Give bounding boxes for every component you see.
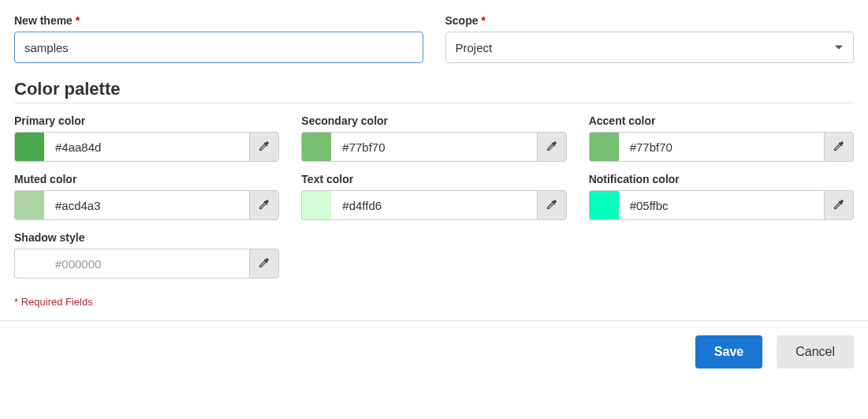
muted-color-label: Muted color bbox=[14, 173, 279, 185]
text-color-input[interactable] bbox=[331, 190, 536, 220]
text-color-swatch bbox=[301, 190, 331, 220]
accent-color-input[interactable] bbox=[619, 132, 824, 162]
new-theme-label: New theme * bbox=[14, 14, 423, 27]
accent-color-picker-button[interactable] bbox=[824, 132, 854, 162]
eyedropper-icon bbox=[546, 198, 558, 213]
accent-color-label: Accent color bbox=[589, 114, 854, 127]
notification-color-input[interactable] bbox=[619, 190, 824, 220]
shadow-style-label: Shadow style bbox=[14, 231, 279, 244]
chevron-down-icon bbox=[835, 46, 843, 50]
palette-title: Color palette bbox=[14, 79, 854, 99]
required-fields-note: * Required Fields bbox=[14, 296, 854, 308]
accent-color-swatch bbox=[589, 132, 619, 162]
eyedropper-icon bbox=[258, 140, 270, 155]
secondary-color-swatch bbox=[301, 132, 331, 162]
eyedropper-icon bbox=[546, 140, 558, 155]
eyedropper-icon bbox=[258, 198, 270, 213]
primary-color-input[interactable] bbox=[44, 132, 249, 162]
text-color-picker-button[interactable] bbox=[537, 190, 567, 220]
eyedropper-icon bbox=[258, 256, 270, 271]
scope-select[interactable]: Project bbox=[445, 32, 855, 63]
eyedropper-icon bbox=[833, 198, 845, 213]
text-color-label: Text color bbox=[301, 173, 566, 185]
shadow-style-picker-button[interactable] bbox=[249, 249, 279, 279]
muted-color-swatch bbox=[14, 190, 44, 220]
notification-color-picker-button[interactable] bbox=[824, 190, 854, 220]
primary-color-label: Primary color bbox=[14, 114, 279, 127]
footer-actions: Save Cancel bbox=[0, 320, 868, 383]
primary-color-picker-button[interactable] bbox=[249, 132, 279, 162]
section-divider bbox=[14, 103, 854, 103]
required-asterisk: * bbox=[481, 14, 485, 27]
scope-selected-value: Project bbox=[456, 41, 493, 54]
muted-color-picker-button[interactable] bbox=[249, 190, 279, 220]
notification-color-swatch bbox=[589, 190, 619, 220]
secondary-color-label: Secondary color bbox=[301, 114, 566, 127]
secondary-color-input[interactable] bbox=[331, 132, 536, 162]
shadow-style-swatch bbox=[14, 249, 44, 279]
shadow-style-input[interactable] bbox=[44, 249, 249, 279]
eyedropper-icon bbox=[833, 140, 845, 155]
save-button[interactable]: Save bbox=[695, 335, 762, 368]
secondary-color-picker-button[interactable] bbox=[537, 132, 567, 162]
required-asterisk: * bbox=[76, 14, 80, 27]
cancel-button[interactable]: Cancel bbox=[777, 335, 854, 368]
muted-color-input[interactable] bbox=[44, 190, 249, 220]
new-theme-input[interactable] bbox=[14, 32, 423, 63]
notification-color-label: Notification color bbox=[589, 173, 854, 185]
scope-label: Scope * bbox=[445, 14, 855, 27]
primary-color-swatch bbox=[14, 132, 44, 162]
